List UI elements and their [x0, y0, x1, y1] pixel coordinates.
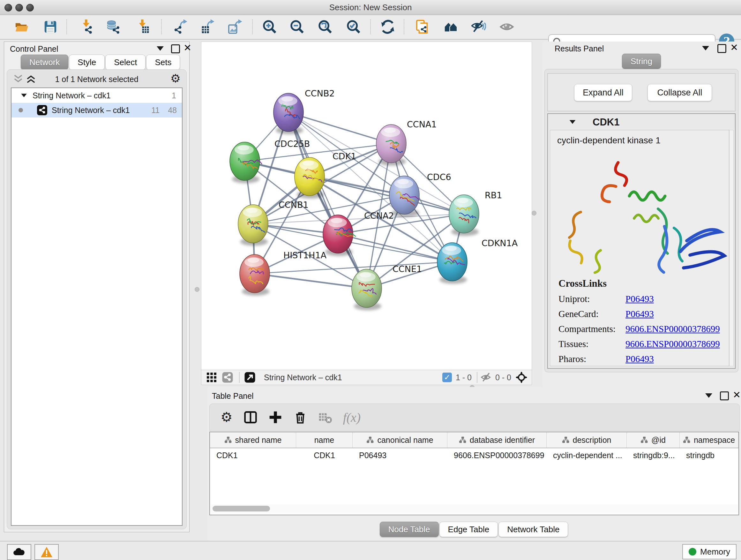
network-node-HIST1H1A[interactable] [240, 254, 270, 296]
network-node-CDC25B[interactable] [230, 142, 262, 183]
selected-checkbox-icon[interactable]: ✓ [442, 373, 452, 382]
table-cell[interactable]: P06493 [353, 448, 448, 462]
column-header-database-identifier[interactable]: database identifier [448, 432, 547, 448]
import-network-from-file-icon[interactable] [79, 19, 94, 34]
network-graph[interactable]: CCNB2CCNA1CDC25BCDK1CDC6RB1CCNB1CCNA2CDK… [201, 42, 532, 370]
column-header--id[interactable]: @id [627, 432, 680, 448]
open-in-window-icon[interactable] [244, 372, 256, 383]
table-cell[interactable]: CDK1 [296, 448, 353, 462]
network-type-gray-icon[interactable] [222, 372, 233, 383]
import-table-from-file-icon[interactable] [135, 19, 150, 34]
function-builder-fx-icon[interactable]: f(x) [343, 410, 361, 425]
fit-selected-crosshair-icon[interactable] [516, 372, 527, 383]
create-column-plus-icon[interactable] [268, 410, 282, 424]
column-header-name[interactable]: name [296, 432, 353, 448]
column-header-shared-name[interactable]: shared name [210, 432, 296, 448]
table-cell[interactable]: 9606.ENSP00000378699 [448, 448, 547, 462]
open-file-icon[interactable] [14, 19, 29, 34]
table-row[interactable]: CDK1CDK1P064939606.ENSP00000378699cyclin… [210, 448, 738, 462]
network-row-selected[interactable]: String Network – cdk1 11 48 [11, 103, 182, 118]
network-edge-HIST1H1A-CCNE1[interactable] [255, 273, 367, 288]
tab-network-table[interactable]: Network Table [498, 522, 568, 537]
table-cell[interactable]: cyclin-dependent ... [547, 448, 627, 462]
table-panel-float-icon[interactable] [720, 391, 729, 400]
tab-node-table[interactable]: Node Table [380, 522, 439, 537]
control-panel-tabs: NetworkStyleSelectSets [21, 55, 181, 70]
zoom-in-icon[interactable] [262, 19, 277, 34]
tab-sets[interactable]: Sets [146, 55, 180, 70]
tab-edge-table[interactable]: Edge Table [440, 522, 498, 537]
string-home-icon[interactable] [444, 19, 458, 34]
results-panel-float-icon[interactable] [718, 44, 726, 53]
network-collection-row[interactable]: String Network – cdk1 1 [11, 88, 182, 103]
network-node-CDKN1A[interactable] [437, 243, 467, 284]
crosslink-link[interactable]: P06493 [625, 294, 654, 304]
memory-button[interactable]: Memory [682, 544, 737, 559]
table-cell[interactable]: stringdb:9... [627, 448, 680, 462]
results-buttons-box: Expand All Collapse All [547, 73, 736, 111]
results-panel-float-menu-icon[interactable] [702, 46, 709, 51]
network-node-CCNB1[interactable] [238, 205, 268, 246]
node-label-HIST1H1A: HIST1H1A [283, 250, 327, 260]
tab-select[interactable]: Select [105, 55, 145, 70]
network-canvas[interactable]: CCNB2CCNA1CDC25BCDK1CDC6RB1CCNB1CCNA2CDK… [201, 42, 532, 370]
table-panel-close-icon[interactable]: ✕ [733, 391, 741, 398]
export-image-icon[interactable] [228, 19, 243, 34]
control-panel-float-menu-icon[interactable] [157, 46, 164, 51]
network-options-gear-icon[interactable]: ⚙ [171, 73, 181, 84]
table-settings-gear-icon[interactable]: ⚙ [220, 411, 232, 424]
show-column-selector-icon[interactable] [244, 410, 258, 424]
results-panel-close-icon[interactable]: ✕ [730, 44, 738, 51]
network-node-CDK1[interactable] [294, 158, 325, 199]
results-scrollbar[interactable] [729, 130, 734, 366]
main-toolbar: ? [0, 15, 741, 40]
network-node-CCNB2[interactable] [273, 93, 304, 134]
crosslink-link[interactable]: 9606.ENSP00000378699 [625, 339, 720, 349]
export-table-icon[interactable] [200, 19, 215, 34]
collection-label: String Network – cdk1 [32, 91, 111, 100]
zoom-out-icon[interactable] [290, 19, 305, 34]
control-panel-close-icon[interactable]: ✕ [184, 44, 192, 51]
control-panel-float-icon[interactable] [171, 44, 180, 53]
network-node-CCNA2[interactable] [323, 215, 356, 256]
tab-string[interactable]: String [622, 54, 661, 69]
tab-network[interactable]: Network [21, 55, 68, 70]
zoom-selected-icon[interactable] [346, 19, 361, 34]
network-node-CCNA1[interactable] [376, 125, 406, 166]
right-splitter-handle[interactable] [532, 211, 536, 215]
column-header-description[interactable]: description [547, 432, 627, 448]
crosslink-link[interactable]: P06493 [625, 354, 654, 364]
cloud-button[interactable] [7, 544, 31, 560]
crosslink-link[interactable]: 9606.ENSP00000378699 [625, 324, 720, 334]
column-header-canonical-name[interactable]: canonical name [353, 432, 448, 448]
column-header-namespace[interactable]: namespace [680, 432, 738, 448]
save-session-icon[interactable] [43, 19, 58, 34]
delete-column-trash-icon[interactable] [293, 410, 307, 424]
zoom-fit-content-icon[interactable] [318, 19, 333, 34]
network-node-RB1[interactable] [449, 195, 479, 236]
tab-style[interactable]: Style [69, 55, 105, 70]
scrollbar-thumb[interactable] [212, 506, 270, 511]
delete-table-icon[interactable] [318, 410, 332, 424]
hidden-eye-slash-icon[interactable] [481, 372, 492, 383]
show-panels-eye-icon[interactable] [499, 19, 514, 34]
network-node-count: 11 [151, 106, 159, 115]
refresh-icon[interactable] [381, 19, 395, 34]
cdk1-collapse-icon[interactable] [569, 120, 576, 124]
collection-expand-icon[interactable] [21, 94, 27, 97]
table-cell[interactable]: stringdb [680, 448, 738, 462]
warnings-button[interactable] [35, 544, 59, 560]
table-cell[interactable]: CDK1 [210, 448, 296, 462]
table-horizontal-scrollbar[interactable] [211, 504, 738, 513]
crosslink-link[interactable]: P06493 [625, 309, 654, 319]
import-network-from-database-icon[interactable] [106, 19, 121, 34]
table-panel-float-menu-icon[interactable] [705, 393, 712, 398]
hide-panels-eye-slash-icon[interactable] [471, 19, 486, 34]
network-node-CCNE1[interactable] [352, 269, 382, 310]
expand-all-button[interactable]: Expand All [574, 84, 632, 101]
collapse-all-button[interactable]: Collapse All [648, 84, 712, 101]
export-network-icon[interactable] [173, 19, 188, 34]
clone-network-icon[interactable] [415, 19, 430, 34]
left-splitter-handle[interactable] [195, 287, 199, 292]
birdseye-grid-icon[interactable] [206, 372, 217, 383]
